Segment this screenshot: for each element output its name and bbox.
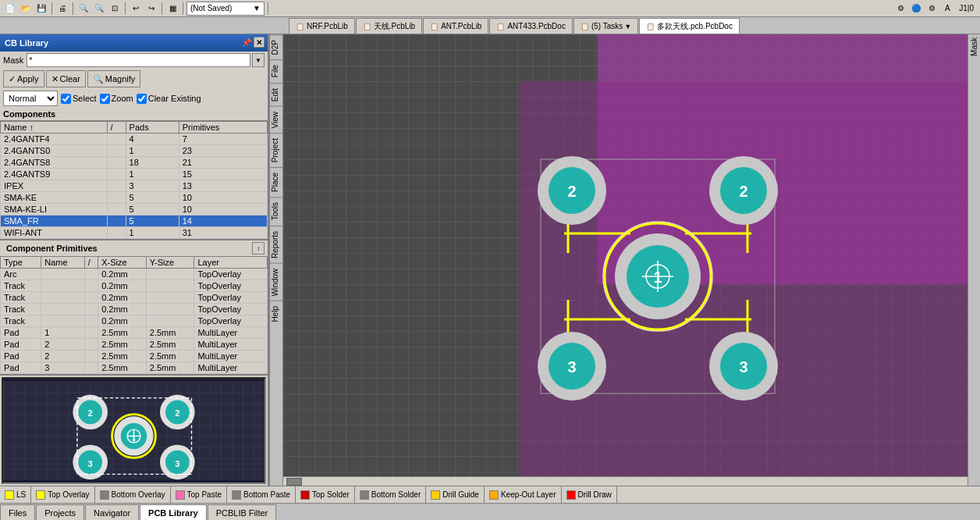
zoom-in-icon[interactable]: 🔍 (76, 2, 91, 16)
select-checkbox[interactable] (61, 94, 71, 104)
side-label-window[interactable]: Window (269, 263, 283, 301)
open-icon[interactable]: 📂 (19, 2, 33, 16)
status-drill-guide[interactable]: Drill Guide (426, 486, 485, 503)
status-top-paste[interactable]: Top Paste (171, 486, 227, 503)
tab-tasks[interactable]: 📋 (5) Tasks ▼ (573, 18, 638, 34)
col-name[interactable]: Name ↑ (1, 122, 108, 134)
table-row[interactable]: SMA-KE-LI 5 10 (1, 204, 268, 215)
side-label-place[interactable]: Place (269, 167, 283, 197)
prim-type: Pad (1, 327, 41, 339)
primitives-table-container[interactable]: Type Name / X-Size Y-Size Layer Arc 0.2m… (0, 256, 268, 374)
print-icon[interactable]: 🖨 (55, 2, 69, 16)
save-icon[interactable]: 💾 (34, 2, 48, 16)
right-icon-4[interactable]: A (940, 2, 954, 16)
redo-icon[interactable]: ↪ (144, 2, 158, 16)
clear-existing-checkbox-label[interactable]: Clear Existing (137, 94, 201, 104)
zoom-fit-icon[interactable]: ⊡ (108, 2, 122, 16)
table-row[interactable]: 2.4GANTS8 18 21 (1, 157, 268, 169)
zoom-checkbox-label[interactable]: Zoom (100, 94, 133, 104)
prim-col-xsize[interactable]: X-Size (98, 257, 147, 269)
tab-nrf[interactable]: 📋 NRF.PcbLib (289, 18, 355, 34)
col-pads[interactable]: Pads (126, 122, 179, 134)
new-icon[interactable]: 📄 (3, 2, 17, 16)
tab-files[interactable]: Files (0, 504, 35, 520)
status-top-solder[interactable]: Top Solder (296, 486, 355, 503)
table-row[interactable]: IPEX 3 13 (1, 180, 268, 192)
right-icon-2[interactable]: 🔵 (909, 2, 923, 16)
tab-ant433[interactable]: 📋 ANT433.PcbDoc (489, 18, 572, 34)
status-top-overlay[interactable]: Top Overlay (31, 486, 94, 503)
tab-pcblib-filter[interactable]: PCBLIB Filter (208, 504, 277, 520)
prim-col-name[interactable]: Name (41, 257, 84, 269)
side-label-edit[interactable]: Edit (269, 83, 283, 106)
tab-pcb-library[interactable]: PCB Library (140, 504, 207, 520)
prim-col-type[interactable]: Type (1, 257, 41, 269)
table-row[interactable]: 2.4GANTF4 4 7 (1, 134, 268, 145)
cell-name: SMA_FR (1, 215, 108, 227)
magnify-button[interactable]: 🔍 Magnify (87, 70, 141, 87)
right-icon-1[interactable]: ⚙ (893, 2, 907, 16)
side-label-file[interactable]: File (269, 59, 283, 82)
clear-button[interactable]: ✕ Clear (46, 70, 86, 87)
tab-projects[interactable]: Projects (36, 504, 84, 520)
apply-button[interactable]: ✓ Apply (3, 70, 44, 87)
list-item[interactable]: Track 0.2mm TopOverlay (1, 292, 268, 304)
tab-antenna[interactable]: 📋 天线.PcbLib (356, 18, 422, 34)
side-label-d2p[interactable]: D2P (269, 34, 283, 59)
status-drill-draw[interactable]: Drill Draw (562, 486, 617, 503)
tab-navigator[interactable]: Navigator (85, 504, 139, 520)
list-item[interactable]: Track 0.2mm TopOverlay (1, 304, 268, 315)
table-row[interactable]: SMA_FR 5 14 (1, 215, 268, 227)
grid-icon[interactable]: ▦ (165, 2, 179, 16)
undo-icon[interactable]: ↩ (129, 2, 143, 16)
not-saved-dropdown[interactable]: (Not Saved) ▼ (186, 2, 265, 16)
list-item[interactable]: Track 0.2mm TopOverlay (1, 280, 268, 292)
table-row[interactable]: 2.4GANTS0 1 23 (1, 145, 268, 157)
resize-handle[interactable]: ↕ (252, 242, 265, 255)
side-label-help[interactable]: Help (269, 301, 283, 327)
status-ls[interactable]: LS (0, 486, 31, 503)
mode-dropdown[interactable]: Normal Large Small (3, 91, 58, 106)
status-keepout[interactable]: Keep-Out Layer (485, 486, 562, 503)
close-button[interactable]: ✕ (254, 37, 265, 48)
pin-button[interactable]: 📌 (241, 37, 252, 48)
components-table-container[interactable]: Name ↑ / Pads Primitives 2.4GANTF4 4 7 2… (0, 121, 268, 240)
clear-existing-checkbox[interactable] (137, 94, 147, 104)
side-label-view[interactable]: View (269, 106, 283, 134)
list-item[interactable]: Pad 3 2.5mm 2.5mm MultiLayer (1, 362, 268, 374)
table-row[interactable]: SMA-KE 5 10 (1, 192, 268, 204)
select-checkbox-label[interactable]: Select (61, 94, 97, 104)
side-label-project[interactable]: Project (269, 133, 283, 167)
zoom-out-icon[interactable]: 🔍 (92, 2, 106, 16)
list-item[interactable]: Pad 2 2.5mm 2.5mm MultiLayer (1, 351, 268, 362)
list-item[interactable]: Track 0.2mm TopOverlay (1, 315, 268, 327)
list-item[interactable]: Arc 0.2mm TopOverlay (1, 269, 268, 280)
horizontal-scrollbar[interactable] (283, 476, 968, 486)
prim-col-sort[interactable]: / (84, 257, 98, 269)
mask-dropdown-button[interactable]: ▼ (252, 53, 265, 67)
mask-side-label[interactable]: Mask (968, 34, 980, 59)
zoom-checkbox[interactable] (100, 94, 110, 104)
table-row[interactable]: 2.4GANTS9 1 15 (1, 169, 268, 180)
status-bottom-paste[interactable]: Bottom Paste (227, 486, 296, 503)
side-label-tools[interactable]: Tools (269, 197, 283, 225)
tab-multi-antenna[interactable]: 📋 多款天线.pcb.PcbDoc (639, 18, 740, 34)
list-item[interactable]: Pad 1 2.5mm 2.5mm MultiLayer (1, 327, 268, 339)
hscroll-thumb[interactable] (286, 478, 302, 486)
list-item[interactable]: Pad 2 2.5mm 2.5mm MultiLayer (1, 339, 268, 351)
tab-ant[interactable]: 📋 ANT.PcbLib (423, 18, 488, 34)
status-bottom-overlay[interactable]: Bottom Overlay (95, 486, 171, 503)
right-icon-3[interactable]: ⚙ (925, 2, 939, 16)
prim-col-layer[interactable]: Layer (194, 257, 268, 269)
cell-sort (107, 134, 126, 145)
drill-draw-label: Drill Draw (578, 490, 612, 499)
prim-xsize: 0.2mm (98, 304, 147, 315)
table-row[interactable]: WIFI-ANT 1 31 (1, 227, 268, 239)
mask-input[interactable] (27, 53, 250, 67)
col-sort[interactable]: / (107, 122, 126, 134)
col-primitives[interactable]: Primitives (179, 122, 267, 134)
status-bottom-solder[interactable]: Bottom Solder (355, 486, 426, 503)
side-label-reports[interactable]: Reports (269, 226, 283, 263)
prim-col-ysize[interactable]: Y-Size (146, 257, 194, 269)
pcb-canvas[interactable]: 2 2 1 3 3 Mask (283, 34, 980, 486)
